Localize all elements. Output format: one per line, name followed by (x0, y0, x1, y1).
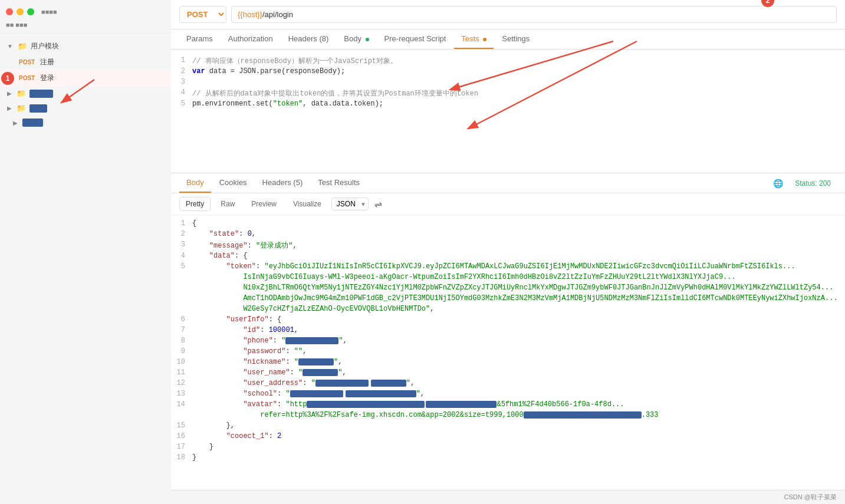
resp-line-2: 2 "state": 0, (171, 229, 845, 240)
response-section: Body Cookies Headers (5) Test Results 🌐 … (171, 173, 845, 490)
resp-line-1: 1 { (171, 219, 845, 229)
resp-line-6: 6 "userInfo": { (171, 315, 845, 325)
code-func-5: pm.environment.set("token", data.data.to… (192, 100, 383, 108)
body-dot (366, 38, 369, 41)
method-badge-login: POST (19, 75, 37, 81)
code-comment-4: // 从解析后的data对象中提取出token的值，并将其设置为Postman环… (192, 88, 478, 98)
resp-line-11: 11 "user_name": "", (171, 368, 845, 378)
code-line-1: 1 // 将响应体（responseBody）解析为一个JavaScript对象… (171, 55, 845, 67)
code-comment-1: // 将响应体（responseBody）解析为一个JavaScript对象。 (192, 56, 397, 66)
resp-line-3: 3 "message": "登录成功", (171, 240, 845, 251)
url-path-part: /api/login (262, 10, 293, 19)
tab-authorization[interactable]: Authorization (221, 29, 280, 49)
resp-line-5a: IsInNjaG9vbCI6Iuays-WMl-W3peeoi-aKgOacr-… (171, 272, 845, 283)
method-badge-register: POST (19, 59, 37, 65)
request-bar: POST {{host}}/api/login 2 (171, 0, 845, 29)
resp-line-16: 16 "cooect_1": 2 (171, 431, 845, 442)
tab-tests[interactable]: Tests (454, 29, 494, 49)
resp-tab-body[interactable]: Body (179, 173, 211, 193)
sidebar-folder-2[interactable]: ▶ 📁 ■■ (0, 86, 171, 101)
footer-bar: CSDN @鞋子菜菜 (171, 490, 845, 504)
folder-icon-3: 📁 (17, 104, 26, 113)
resp-line-10: 10 "nickname": "", (171, 357, 845, 368)
resp-tab-headers[interactable]: Headers (5) (255, 173, 310, 193)
code-line-5: 5 pm.environment.set("token", data.data.… (171, 99, 845, 110)
globe-icon: 🌐 (773, 179, 783, 188)
sidebar: ■■■■ ■■ ■■■ ▼ 📁 用户模块 POST 注册 POST 登录 1 (0, 0, 171, 504)
sidebar-folder-3[interactable]: ▶ 📁 ■ (0, 101, 171, 116)
resp-line-12: 12 "user_address": "", (171, 378, 845, 389)
raw-btn[interactable]: Raw (214, 197, 241, 211)
sidebar-nav: ▼ 📁 用户模块 POST 注册 POST 登录 1 ▶ 📁 ■■ ▶ 📁 (0, 34, 171, 134)
folder-3-label: ■ (29, 104, 47, 113)
resp-line-5c: AmcT1hODAmbjOwJmc9MG4mZm10PWF1dGB_c2VjPT… (171, 294, 845, 304)
folder-2-label: ■■ (29, 90, 53, 98)
response-status-area: 🌐 Status: 200 (773, 177, 837, 190)
pretty-btn[interactable]: Pretty (179, 197, 211, 211)
chevron-right-icon-2: ▶ (7, 90, 12, 97)
resp-tab-cookies[interactable]: Cookies (212, 173, 254, 193)
chevron-right-icon-3: ▶ (7, 105, 12, 111)
register-label: 注册 (40, 57, 54, 67)
resp-line-4: 4 "data": { (171, 251, 845, 262)
sidebar-item-register[interactable]: POST 注册 (0, 54, 171, 70)
chevron-right-icon-4: ▶ (13, 120, 18, 126)
sidebar-subtitle-blurred: ■■ ■■■ (6, 21, 27, 28)
resp-line-15: 15 }, (171, 421, 845, 431)
resp-line-5d: W2GeSy7cHZfjaZLzEZAhO-OycEVOVQBL1oVbHENM… (171, 304, 845, 315)
code-line-4: 4 // 从解析后的data对象中提取出token的值，并将其设置为Postma… (171, 88, 845, 99)
code-line-3: 3 (171, 77, 845, 88)
resp-line-14a: refer=http%3A%2F%2Fsafe-img.xhscdn.com&a… (171, 410, 845, 421)
response-tabs-bar: Body Cookies Headers (5) Test Results 🌐 … (171, 173, 845, 193)
tab-pre-request[interactable]: Pre-request Script (377, 29, 453, 49)
sidebar-dot-3 (27, 8, 34, 15)
folder-icon-2: 📁 (17, 89, 26, 98)
visualize-btn[interactable]: Visualize (287, 197, 328, 211)
code-editor[interactable]: 1 // 将响应体（responseBody）解析为一个JavaScript对象… (171, 50, 845, 173)
resp-line-8: 8 "phone": "", (171, 336, 845, 347)
resp-line-14: 14 "avatar": "http&5fhm1%2F4d40b566-1f0a… (171, 400, 845, 410)
sidebar-title-blurred: ■■■■ (41, 8, 57, 15)
annotation-circle-1: 1 (1, 72, 14, 85)
footer-credit: CSDN @鞋子菜菜 (784, 493, 837, 502)
resp-tab-test-results[interactable]: Test Results (311, 173, 367, 193)
code-line-2: 2 var data = JSON.parse(responseBody); (171, 67, 845, 77)
resp-line-17: 17 } (171, 442, 845, 453)
main-content: POST {{host}}/api/login 2 Params Authori… (171, 0, 845, 504)
sidebar-dot-1 (6, 8, 13, 15)
sidebar-folder-4[interactable]: ▶ ■■ (0, 116, 171, 130)
sidebar-toolbar: ■■■■ (6, 5, 165, 19)
resp-line-5: 5 "token": "eyJhbGciOiJIUzI1NiIsInR5cCI6… (171, 262, 845, 272)
status-badge: Status: 200 (789, 177, 837, 190)
tests-dot (483, 38, 486, 41)
resp-line-13: 13 "school": "", (171, 389, 845, 400)
response-toolbar: Pretty Raw Preview Visualize JSON ▼ ⇌ (171, 193, 845, 215)
response-tabs-left: Body Cookies Headers (5) Test Results (179, 173, 367, 193)
format-select[interactable]: JSON (331, 197, 369, 210)
sidebar-dot-2 (17, 8, 24, 15)
url-template-part: {{host}} (238, 10, 262, 19)
resp-line-9: 9 "password": "", (171, 347, 845, 357)
format-select-wrapper: JSON ▼ (331, 197, 369, 210)
chevron-down-icon: ▼ (7, 43, 13, 50)
wrap-btn[interactable]: ⇌ (374, 199, 382, 210)
resp-line-7: 7 "id": 100001, (171, 325, 845, 336)
folder-4-label: ■■ (22, 118, 43, 127)
url-display[interactable]: {{host}}/api/login (231, 6, 837, 23)
preview-btn[interactable]: Preview (245, 197, 283, 211)
response-body: 1 { 2 "state": 0, 3 "message": "登录成功", 4… (171, 215, 845, 490)
sidebar-top: ■■■■ ■■ ■■■ (0, 0, 171, 34)
user-module-label: 用户模块 (31, 41, 59, 51)
folder-icon: 📁 (18, 42, 27, 51)
method-select[interactable]: POST (179, 6, 226, 23)
request-tabs-bar: Params Authorization Headers (8) Body Pr… (171, 29, 845, 50)
tab-params[interactable]: Params (179, 29, 220, 49)
resp-line-5b: Ni0xZjBhLTRmO6QtYmM5Ny1jNTEzZGY4Nzc1YjMl… (171, 283, 845, 294)
tab-body[interactable]: Body (337, 29, 376, 49)
resp-line-18: 18 } (171, 453, 845, 463)
tab-headers[interactable]: Headers (8) (281, 29, 336, 49)
sidebar-folder-user-module[interactable]: ▼ 📁 用户模块 (0, 38, 171, 54)
tab-settings[interactable]: Settings (495, 29, 537, 49)
login-label: 登录 (40, 73, 54, 83)
sidebar-item-login[interactable]: POST 登录 1 (0, 70, 171, 86)
